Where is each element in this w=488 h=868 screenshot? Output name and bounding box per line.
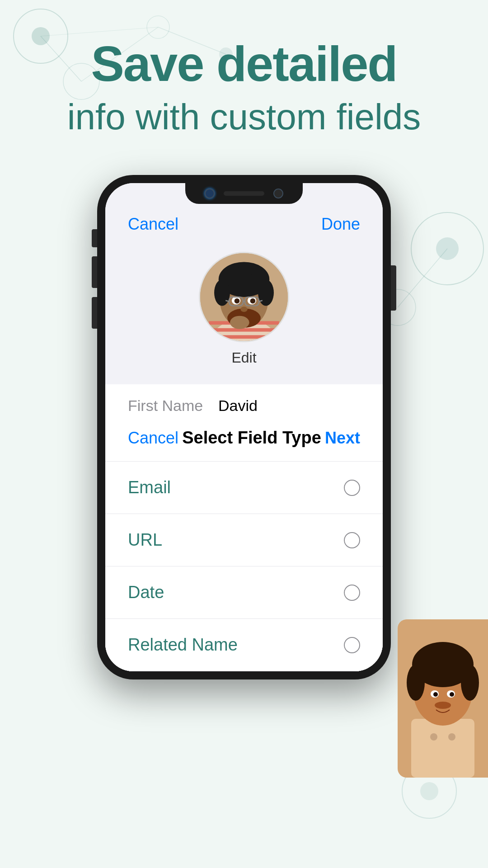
cancel-contact-button[interactable]: Cancel [128, 215, 178, 234]
contact-screen: Cancel Done [105, 183, 383, 671]
svg-point-14 [420, 782, 438, 800]
phone-screen: Cancel Done [105, 183, 383, 671]
modal-nav-bar: Cancel Select Field Type Next [105, 415, 383, 462]
date-label: Date [128, 583, 164, 602]
phone-button-volume-up [92, 229, 97, 247]
email-radio[interactable] [344, 480, 360, 496]
first-name-label: First Name [128, 397, 218, 415]
svg-point-31 [250, 298, 256, 304]
svg-point-23 [214, 279, 230, 306]
phone-mockup: Cancel Done [0, 175, 488, 679]
field-type-email[interactable]: Email [105, 462, 383, 514]
email-label: Email [128, 478, 171, 497]
svg-rect-19 [209, 335, 279, 339]
front-camera [205, 189, 215, 198]
modal-title: Select Field Type [182, 428, 321, 448]
svg-point-30 [235, 298, 240, 304]
svg-point-27 [236, 265, 252, 281]
modal-cancel-button[interactable]: Cancel [128, 429, 178, 448]
avatar[interactable] [199, 252, 289, 342]
field-type-date[interactable]: Date [105, 566, 383, 619]
svg-point-46 [407, 665, 425, 701]
phone-button-power [391, 265, 396, 311]
sensor [273, 189, 283, 198]
phone-button-volume-down [92, 256, 97, 288]
svg-point-42 [430, 733, 437, 741]
svg-rect-18 [209, 328, 279, 332]
peeking-person [398, 619, 488, 778]
field-type-related-name[interactable]: Related Name [105, 619, 383, 671]
select-field-type-modal: Cancel Select Field Type Next Email URL [105, 415, 383, 671]
speaker [224, 191, 264, 196]
related-name-label: Related Name [128, 635, 238, 655]
page-title-line1: Save detailed [27, 36, 461, 91]
svg-point-39 [230, 316, 249, 329]
date-radio[interactable] [344, 585, 360, 601]
page-title-line2: info with custom fields [27, 95, 461, 139]
done-contact-button[interactable]: Done [321, 215, 360, 234]
modal-next-button[interactable]: Next [325, 429, 360, 448]
phone-notch [185, 183, 303, 204]
svg-point-52 [435, 702, 451, 709]
url-label: URL [128, 530, 162, 550]
svg-point-38 [240, 307, 248, 312]
svg-point-43 [448, 733, 455, 741]
first-name-value[interactable]: David [218, 397, 258, 415]
avatar-section: Edit [105, 243, 383, 380]
edit-avatar-label[interactable]: Edit [231, 349, 256, 366]
phone-button-silent [92, 297, 97, 329]
svg-point-50 [433, 692, 438, 697]
field-type-url[interactable]: URL [105, 514, 383, 566]
header-section: Save detailed info with custom fields [0, 0, 488, 161]
svg-point-24 [258, 279, 274, 306]
url-radio[interactable] [344, 532, 360, 548]
phone-outer: Cancel Done [97, 175, 391, 679]
svg-point-51 [450, 692, 454, 697]
svg-point-47 [461, 665, 479, 701]
svg-rect-41 [411, 719, 474, 778]
field-type-list: Email URL Date Related Name [105, 462, 383, 671]
related-name-radio[interactable] [344, 637, 360, 653]
